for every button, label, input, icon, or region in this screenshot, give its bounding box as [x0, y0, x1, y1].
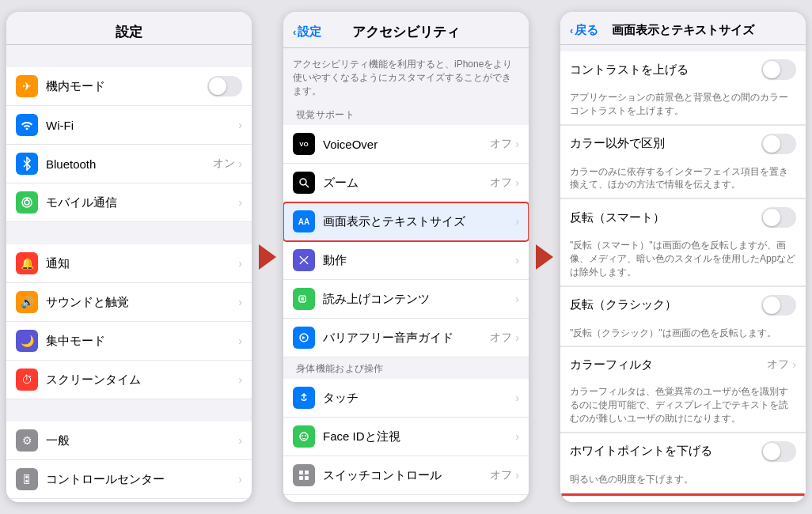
row-control-center[interactable]: 🎛 コントロールセンター ›: [6, 460, 252, 499]
chevron-icon: ›: [515, 176, 519, 189]
color-diff-toggle[interactable]: [761, 134, 796, 154]
row-general[interactable]: ⚙ 一般 ›: [6, 421, 252, 460]
display-text-icon: AA: [293, 210, 315, 232]
row-classic-invert[interactable]: 反転（クラシック）: [560, 287, 806, 323]
airplane-toggle[interactable]: [207, 76, 242, 96]
classic-invert-toggle[interactable]: [761, 295, 796, 316]
row-label: 集中モード: [46, 334, 238, 349]
switch-control-icon: [293, 464, 315, 486]
block-auto-brightness: 明るさの自動調節 明るさの自動調節をオフにすると、バッテリー駆動時間や長時間のデ…: [560, 494, 806, 502]
notification-icon: 🔔: [16, 252, 38, 274]
row-spoken[interactable]: 読み上げコンテンツ ›: [283, 280, 529, 319]
svg-rect-16: [299, 296, 305, 302]
panel3-title: 画面表示とテキストサイズ: [612, 23, 754, 38]
audio-desc-icon: [293, 327, 315, 349]
svg-point-21: [302, 435, 303, 437]
chevron-icon: ›: [238, 119, 242, 131]
row-voiceover[interactable]: VO VoiceOver オフ ›: [283, 125, 529, 164]
display-text-panel: ‹ 戻る 画面表示とテキストサイズ コントラストを上げる アプリケーションの前景…: [560, 12, 806, 502]
back-label2: 戻る: [575, 23, 598, 38]
chevron-icon: ›: [238, 157, 242, 170]
bluetooth-icon: [16, 153, 38, 175]
chevron-icon: ›: [515, 138, 519, 150]
row-auto-brightness[interactable]: 明るさの自動調節: [562, 496, 804, 502]
smart-invert-toggle[interactable]: [761, 207, 796, 228]
row-label: ズーム: [323, 176, 490, 191]
chevron-icon: ›: [238, 334, 242, 347]
svg-point-22: [305, 435, 306, 437]
svg-rect-26: [305, 476, 309, 480]
row-label: スイッチコントロール: [323, 468, 490, 483]
airplane-icon: ✈: [16, 75, 38, 97]
block-color-diff: カラー以外で区別 カラーのみに依存するインターフェイス項目を置き換えて、ほかの方…: [560, 126, 806, 200]
chevron-icon: ›: [515, 254, 519, 266]
row-label: コントロールセンター: [46, 472, 238, 487]
accessibility-panel: ‹ 設定 アクセシビリティ アクセシビリティ機能を利用すると、iPhoneをより…: [283, 12, 529, 502]
row-faceid-gaze[interactable]: Face IDと注視 ›: [283, 418, 529, 456]
row-cellular[interactable]: モバイル通信 ›: [6, 183, 252, 222]
back-label: 設定: [298, 25, 321, 40]
row-display[interactable]: AA 画面表示と明るさ ›: [6, 499, 252, 502]
block-contrast: コントラストを上げる アプリケーションの前景色と背景色との間のカラーコントラスト…: [560, 51, 806, 126]
svg-point-3: [25, 200, 29, 205]
back-chevron-icon: ‹: [293, 26, 296, 38]
row-color-diff[interactable]: カラー以外で区別: [560, 126, 806, 162]
chevron-icon: ›: [515, 469, 519, 482]
accessibility-list[interactable]: アクセシビリティ機能を利用すると、iPhoneをより使いやすくなるようにカスタマ…: [283, 48, 529, 502]
row-label: スクリーンタイム: [46, 372, 238, 387]
row-wifi[interactable]: Wi-Fi ›: [6, 106, 252, 145]
settings-list[interactable]: ✈ 機内モード Wi-Fi › Bluetooth オン › モバイル通信 ›: [6, 45, 252, 502]
row-notification[interactable]: 🔔 通知 ›: [6, 244, 252, 283]
row-smart-invert[interactable]: 反転（スマート）: [560, 199, 806, 236]
chevron-icon: ›: [238, 296, 242, 308]
smart-invert-desc: "反転（スマート）"は画面の色を反転しますが、画像、メディア、暗い色のスタイルを…: [560, 236, 806, 285]
general-icon: ⚙: [16, 429, 38, 452]
row-label: タッチ: [323, 391, 515, 406]
back-button2[interactable]: ‹ 戻る: [570, 23, 598, 38]
touch-icon: [293, 387, 315, 409]
row-voice-control[interactable]: 🎙 音声コントロール オフ ›: [283, 495, 529, 502]
row-white-point[interactable]: ホワイトポイントを下げる: [560, 433, 806, 470]
arrow2: [529, 244, 560, 270]
motion-icon: [293, 249, 315, 271]
row-screentime[interactable]: ⏱ スクリーンタイム ›: [6, 361, 252, 399]
row-label: ホワイトポイントを下げる: [570, 444, 761, 459]
row-label: バリアフリー音声ガイド: [323, 331, 490, 346]
row-label: 画面表示とテキストサイズ: [323, 214, 515, 229]
block-white-point: ホワイトポイントを下げる 明るい色の明度を下げます。: [560, 433, 806, 494]
svg-rect-24: [305, 471, 309, 474]
row-airplane[interactable]: ✈ 機内モード: [6, 67, 252, 106]
row-switch-control[interactable]: スイッチコントロール オフ ›: [283, 456, 529, 495]
screentime-icon: ⏱: [16, 368, 38, 391]
row-bluetooth[interactable]: Bluetooth オン ›: [6, 145, 252, 183]
chevron-icon: ›: [238, 473, 242, 486]
block-color-filter: カラーフィルタ オフ › カラーフィルタは、色覚異常のユーザが色を識別するのに使…: [560, 347, 806, 433]
contrast-toggle[interactable]: [761, 59, 796, 80]
row-sound[interactable]: 🔊 サウンドと触覚 ›: [6, 283, 252, 322]
row-focus[interactable]: 🌙 集中モード ›: [6, 322, 252, 361]
row-label: サウンドと触覚: [46, 295, 238, 310]
accessibility-description: アクセシビリティ機能を利用すると、iPhoneをより使いやすくなるようにカスタマ…: [283, 55, 529, 104]
row-zoom[interactable]: ズーム オフ ›: [283, 164, 529, 202]
row-color-filter[interactable]: カラーフィルタ オフ ›: [560, 347, 806, 382]
row-audio-desc[interactable]: バリアフリー音声ガイド オフ ›: [283, 319, 529, 357]
row-label: 読み上げコンテンツ: [323, 292, 515, 307]
color-filter-desc: カラーフィルタは、色覚異常のユーザが色を識別するのに使用可能で、ディスプレイ上で…: [560, 382, 806, 432]
chevron-icon: ›: [238, 373, 242, 386]
back-button[interactable]: ‹ 設定: [293, 25, 321, 40]
row-touch[interactable]: タッチ ›: [283, 379, 529, 418]
wifi-icon: [16, 114, 38, 136]
chevron-icon: ›: [515, 331, 519, 344]
color-diff-desc: カラーのみに依存するインターフェイス項目を置き換えて、ほかの方法で情報を伝えます…: [560, 162, 806, 199]
row-contrast[interactable]: コントラストを上げる: [560, 51, 806, 88]
display-text-list[interactable]: コントラストを上げる アプリケーションの前景色と背景色との間のカラーコントラスト…: [560, 45, 806, 502]
panel1-header: 設定: [6, 12, 252, 45]
cellular-icon: [16, 191, 38, 214]
row-label: カラーフィルタ: [570, 357, 767, 372]
white-point-toggle[interactable]: [761, 441, 796, 462]
zoom-icon: [293, 172, 315, 194]
row-label: 一般: [46, 433, 238, 448]
row-motion[interactable]: 動作 ›: [283, 241, 529, 280]
sound-icon: 🔊: [16, 291, 38, 313]
row-display-text[interactable]: AA 画面表示とテキストサイズ ›: [283, 202, 529, 241]
